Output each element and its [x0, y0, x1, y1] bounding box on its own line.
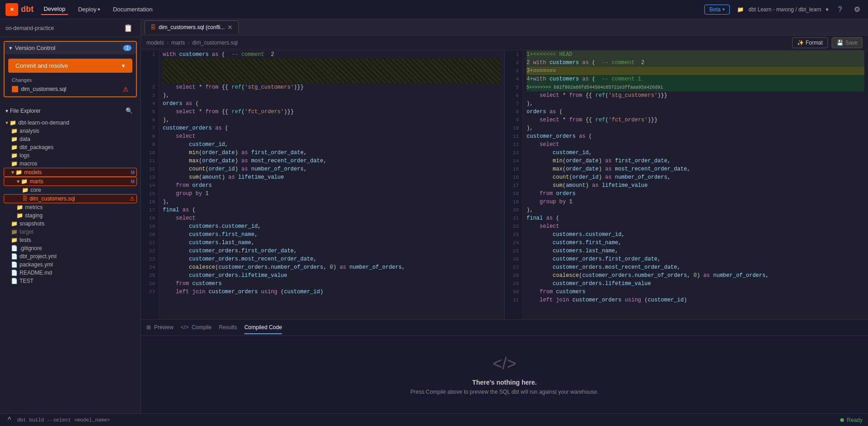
bottom-tab-results[interactable]: Results: [219, 321, 237, 334]
help-icon[interactable]: ?: [836, 5, 844, 15]
tree-target[interactable]: 📁 target: [4, 228, 137, 236]
tree-core[interactable]: 📁 core: [4, 186, 137, 194]
change-item: dim_customers.sql ⚠: [8, 84, 132, 95]
changes-label: Changes: [8, 75, 132, 84]
tree-staging[interactable]: 📁 staging: [4, 211, 137, 220]
project-path[interactable]: dbt Learn - mwong / dbt_learn: [748, 6, 821, 13]
file-gitignore-icon: 📄: [11, 245, 18, 251]
nav-right: 📁 dbt Learn - mwong / dbt_learn ▾: [737, 6, 828, 13]
bottom-tabs: ⊞ Preview </> Compile Results Compiled C…: [141, 320, 868, 336]
breadcrumb-toolbar-row: models › marts › dim_customers.sql ✨ For…: [141, 35, 868, 50]
breadcrumb-marts[interactable]: marts: [171, 40, 185, 46]
status-chevron-icon[interactable]: ^: [5, 415, 14, 425]
fe-title[interactable]: ▾ File Explorer: [5, 108, 40, 114]
tree-analysis[interactable]: 📁 analysis: [4, 127, 137, 135]
code-line: max(order_date) as most_recent_order_dat…: [527, 165, 864, 173]
code-line: count(order_id) as number_of_orders,: [163, 165, 501, 173]
sidebar-header: on-demand-practice 📋: [0, 19, 140, 37]
editor-left-scroll[interactable]: 1 2 3 4 5 6 7 8 9 10 11 12: [141, 50, 504, 319]
code-line: ),: [527, 124, 864, 132]
code-line: customer_id,: [527, 149, 864, 157]
status-right: Ready: [840, 417, 863, 423]
warning-icon: ⚠: [123, 85, 129, 93]
code-line: customer_orders.first_order_date,: [163, 247, 501, 255]
file-packages-icon: 📄: [11, 261, 18, 268]
folder-icon: 📁: [11, 128, 18, 134]
tree-marts[interactable]: ▾ 📁 marts M: [4, 177, 137, 186]
folder-root-icon: ▾ 📁: [5, 120, 16, 126]
tree-dim-customers[interactable]: 🗄 dim_customers.sql ⚠: [4, 194, 137, 203]
folder-icon: 📁: [11, 160, 18, 167]
bottom-tab-compile[interactable]: </> Compile: [181, 321, 211, 334]
tree-metrics[interactable]: 📁 metrics: [4, 203, 137, 211]
preview-icon: ⊞: [146, 324, 151, 331]
file-test-icon: 📄: [11, 278, 18, 284]
ready-status: Ready: [847, 417, 863, 423]
tree-packages-yml[interactable]: 📄 packages.yml: [4, 261, 137, 269]
tree-macros[interactable]: 📁 macros: [4, 160, 137, 168]
folder-icon: 📁: [11, 152, 18, 159]
fe-search-icon[interactable]: 🔍: [123, 106, 135, 115]
editor-right-scroll[interactable]: 1 2 3 4 5 6 7 8 9 10 11 12 13: [505, 50, 868, 319]
tree-logs[interactable]: 📁 logs: [4, 151, 137, 160]
breadcrumb-models[interactable]: models: [146, 40, 164, 46]
project-chevron-icon: ▾: [826, 6, 828, 13]
tree-snapshots[interactable]: 📁 snapshots: [4, 220, 137, 228]
status-bar: ^ dbt build --select <model_name> Ready: [0, 413, 868, 426]
code-line: customer_orders.lifetime_value: [527, 280, 864, 288]
tree-readme[interactable]: 📄 README.md: [4, 269, 137, 277]
tree-test[interactable]: 📄 TEST: [4, 277, 137, 285]
nav-docs[interactable]: Documentation: [110, 4, 155, 15]
save-button[interactable]: 💾 Save: [832, 37, 863, 48]
code-line: group by 1: [527, 198, 864, 206]
code-line: customers.customer_id,: [163, 222, 501, 231]
fe-chevron-icon: ▾: [5, 108, 8, 114]
tree-gitignore[interactable]: 📄 .gitignore: [4, 244, 137, 252]
tree-dbt-project-yml[interactable]: 📄 dbt_project.yml: [4, 252, 137, 261]
tab-close-icon[interactable]: ✕: [227, 24, 233, 31]
breadcrumb-filename[interactable]: dim_customers.sql: [192, 40, 238, 46]
logo-text: dbt: [21, 5, 34, 14]
editor-right-pane[interactable]: 1 2 3 4 5 6 7 8 9 10 11 12 13: [505, 50, 868, 319]
editor-tab-dim-customers[interactable]: 🗄 dim_customers.sql (confli... ✕: [145, 20, 239, 34]
nav-deploy[interactable]: Deploy ▾: [75, 4, 103, 15]
vc-badge: 1: [123, 45, 131, 51]
commit-chevron-icon: ▾: [122, 62, 125, 69]
code-line: coalesce(customer_orders.number_of_order…: [163, 263, 501, 271]
tree-dbt-packages[interactable]: 📁 dbt_packages: [4, 143, 137, 151]
code-line: customers.last_name,: [163, 239, 501, 247]
tree-root[interactable]: ▾ 📁 dbt-learn-on-demand: [4, 119, 137, 127]
sidebar-book-icon[interactable]: 📋: [121, 23, 135, 33]
breadcrumb: models › marts › dim_customers.sql: [141, 37, 243, 49]
code-line: count(order_id) as number_of_orders,: [527, 173, 864, 181]
editor-left-pane[interactable]: 1 2 3 4 5 6 7 8 9 10 11 12: [141, 50, 505, 319]
nav-develop[interactable]: Develop: [41, 4, 68, 15]
ready-dot-icon: [840, 418, 844, 422]
code-content-right: 1+<<<<<<< HEAD 2 with customers as ( -- …: [523, 50, 868, 319]
commit-resolve-button[interactable]: Commit and resolve ▾: [8, 59, 132, 73]
bottom-tab-preview[interactable]: ⊞ Preview: [146, 321, 173, 334]
file-icon: [12, 86, 18, 92]
beta-button[interactable]: Beta ▾: [704, 5, 730, 15]
code-line: customers.last_name,: [527, 247, 864, 255]
vc-header[interactable]: ▾ Version Control 1: [5, 42, 136, 54]
version-control-section: ▾ Version Control 1 Commit and resolve ▾…: [4, 41, 137, 97]
editor-tabs: 🗄 dim_customers.sql (confli... ✕: [141, 19, 868, 35]
breadcrumb-sep2: ›: [188, 40, 190, 46]
vc-title: ▾ Version Control: [9, 45, 55, 51]
main-layout: on-demand-practice 📋 ▾ Version Control 1…: [0, 19, 868, 413]
line-numbers-right: 1 2 3 4 5 6 7 8 9 10 11 12 13: [505, 50, 523, 319]
tree-models[interactable]: ▾ 📁 models M: [4, 168, 137, 177]
sidebar: on-demand-practice 📋 ▾ Version Control 1…: [0, 19, 141, 413]
code-editor-right: 1 2 3 4 5 6 7 8 9 10 11 12 13: [505, 50, 868, 319]
format-button[interactable]: ✨ Format: [792, 37, 828, 48]
tree-tests[interactable]: 📁 tests: [4, 236, 137, 244]
code-line: with customers as ( -- comment 2: [163, 50, 501, 59]
conflict-end-marker: 5+>>>>>>> b81f802a66fd544504c65721e3ffaa…: [527, 83, 864, 91]
changed-filename: dim_customers.sql: [21, 86, 66, 92]
breadcrumb-sep1: ›: [167, 40, 169, 46]
bottom-tab-compiled-code[interactable]: Compiled Code: [244, 321, 282, 334]
code-line: from orders: [527, 190, 864, 198]
settings-icon[interactable]: ⚙: [852, 4, 863, 15]
tree-data[interactable]: 📁 data: [4, 135, 137, 143]
